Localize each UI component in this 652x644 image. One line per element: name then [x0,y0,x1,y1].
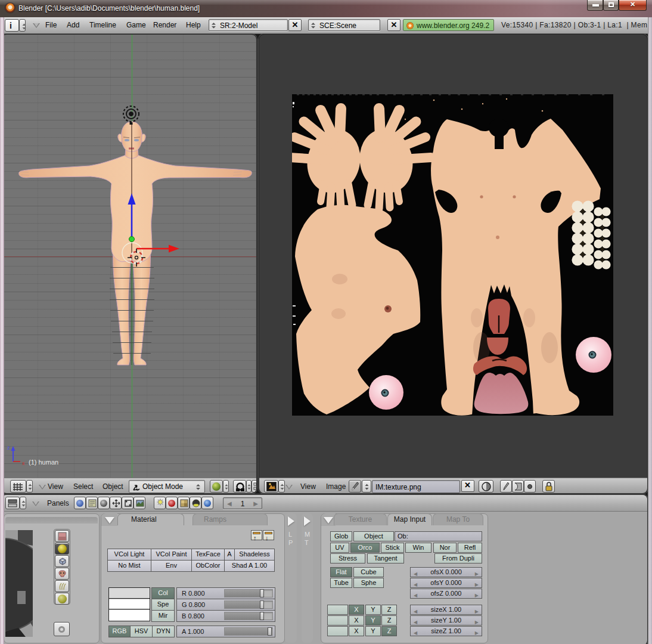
svg-text:z: z [7,445,10,451]
svg-text:x: x [22,460,25,466]
svg-text:(1) human: (1) human [29,459,58,466]
